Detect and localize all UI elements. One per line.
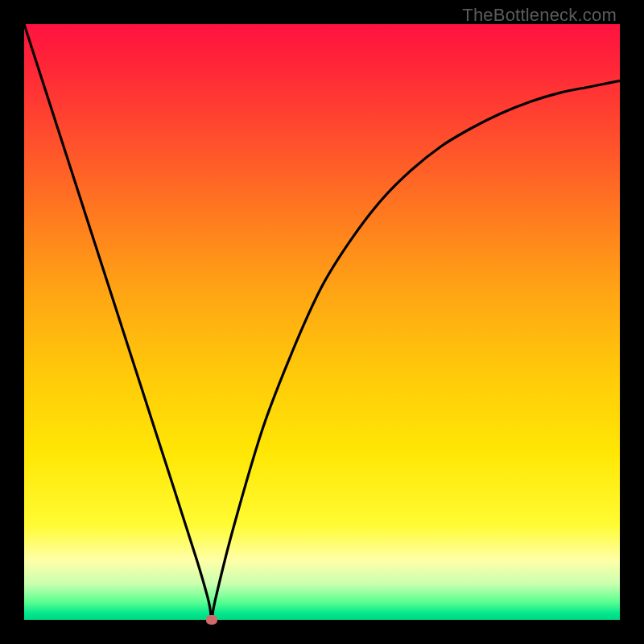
curve-path bbox=[24, 24, 620, 620]
watermark-text: TheBottleneck.com bbox=[462, 5, 617, 26]
plot-area bbox=[24, 24, 620, 620]
minimum-marker bbox=[206, 615, 217, 625]
bottleneck-curve bbox=[24, 24, 620, 620]
chart-frame: TheBottleneck.com bbox=[0, 0, 644, 644]
